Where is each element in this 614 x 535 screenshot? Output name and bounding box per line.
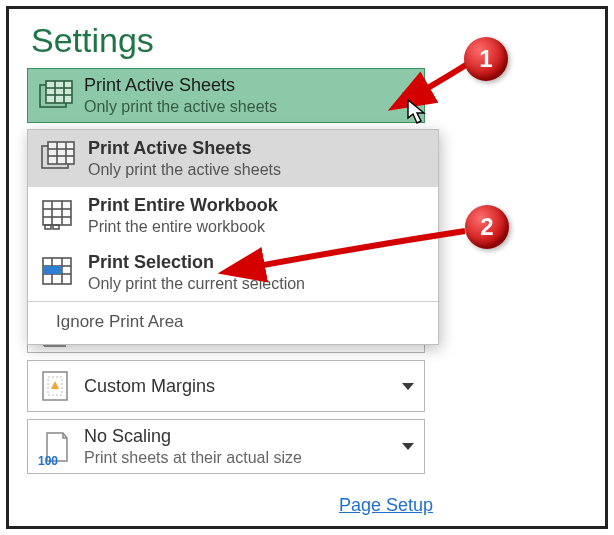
workbook-icon (38, 195, 76, 233)
scaling-title: No Scaling (84, 426, 396, 447)
svg-rect-10 (48, 142, 74, 164)
chevron-down-icon (402, 443, 414, 450)
callout-badge-2: 2 (465, 205, 509, 249)
option-title: Print Entire Workbook (88, 195, 278, 216)
chevron-down-icon (402, 383, 414, 390)
sheets-icon (36, 77, 74, 115)
option-title: Print Active Sheets (88, 138, 281, 159)
margins-dropdown[interactable]: Custom Margins (27, 360, 425, 412)
print-what-desc: Only print the active sheets (84, 98, 396, 116)
callout-arrow-2 (241, 227, 471, 277)
scaling-dropdown[interactable]: 100 No Scaling Print sheets at their act… (27, 419, 425, 474)
option-print-active-sheets[interactable]: Print Active Sheets Only print the activ… (28, 130, 438, 187)
selection-icon (38, 252, 76, 290)
svg-rect-21 (53, 225, 59, 229)
scaling-badge: 100 (38, 454, 58, 468)
sheets-icon (38, 138, 76, 176)
callout-badge-1: 1 (464, 37, 508, 81)
print-what-title: Print Active Sheets (84, 75, 396, 96)
svg-rect-27 (43, 266, 62, 274)
margins-title: Custom Margins (84, 376, 396, 397)
scaling-desc: Print sheets at their actual size (84, 449, 396, 467)
svg-rect-15 (43, 201, 71, 225)
page-setup-link[interactable]: Page Setup (339, 495, 433, 515)
option-desc: Only print the active sheets (88, 161, 281, 179)
settings-heading: Settings (31, 21, 425, 60)
svg-rect-1 (46, 81, 72, 103)
margins-icon (36, 367, 74, 405)
print-what-dropdown[interactable]: Print Active Sheets Only print the activ… (27, 68, 425, 123)
svg-rect-20 (45, 225, 51, 229)
scaling-icon: 100 (36, 428, 74, 466)
option-desc: Only print the current selection (88, 275, 305, 293)
option-ignore-print-area[interactable]: Ignore Print Area (28, 301, 438, 344)
